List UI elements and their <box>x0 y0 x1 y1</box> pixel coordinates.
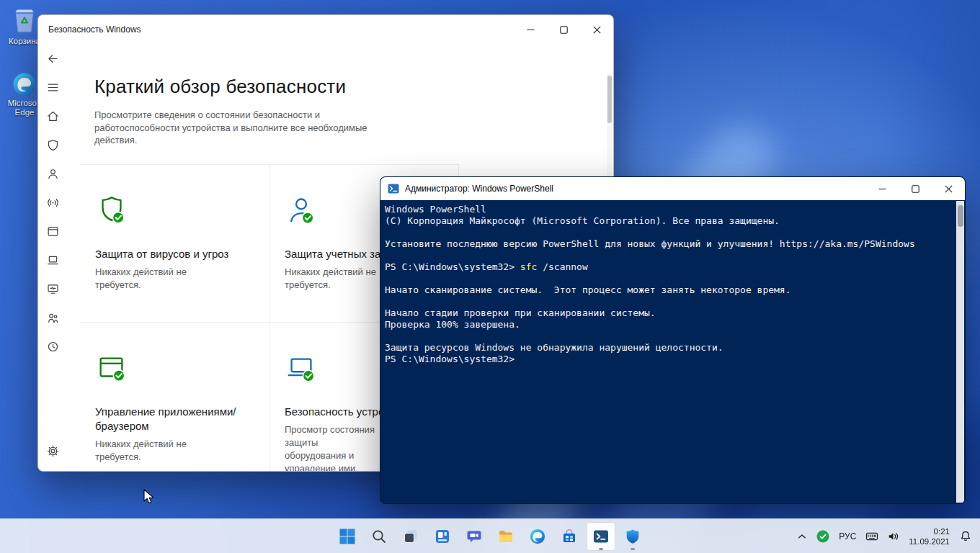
running-indicator <box>599 548 603 550</box>
security-titlebar[interactable]: Безопасность Windows <box>38 15 613 44</box>
tile-app-browser-control[interactable]: Управление приложениями/браузером Никаки… <box>80 322 270 472</box>
task-view-button[interactable] <box>396 522 425 551</box>
task-view-icon <box>402 528 419 545</box>
nav-firewall-network[interactable] <box>38 188 67 217</box>
tray-overflow-button[interactable] <box>792 522 812 551</box>
edge-icon <box>12 72 37 96</box>
home-icon <box>46 109 60 123</box>
command-text: sfc <box>520 261 537 272</box>
nav-settings[interactable] <box>38 436 67 465</box>
laptop-icon <box>46 253 60 267</box>
nav-device-security[interactable] <box>38 246 67 274</box>
console-scrollbar[interactable] <box>956 201 964 503</box>
person-check-icon <box>285 194 318 227</box>
widgets-icon <box>434 528 451 545</box>
folder-icon <box>497 528 514 545</box>
laptop-check-icon <box>285 351 318 385</box>
tile-title: Управление приложениями/браузером <box>95 405 239 433</box>
search-icon <box>370 528 388 545</box>
nav-family-options[interactable] <box>38 303 67 332</box>
minimize-button[interactable] <box>865 177 899 200</box>
volume-button[interactable] <box>883 522 904 551</box>
powershell-titlebar[interactable]: Администратор: Windows PowerShell <box>380 177 965 200</box>
maximize-button[interactable] <box>899 177 932 200</box>
file-explorer-button[interactable] <box>491 522 520 551</box>
console-line <box>385 296 955 307</box>
nav-device-performance[interactable] <box>38 274 67 303</box>
console-line <box>385 250 955 261</box>
tile-status: Никаких действий не требуется. <box>95 438 192 464</box>
store-button[interactable] <box>555 522 584 551</box>
close-button[interactable] <box>932 177 965 200</box>
shield-icon <box>46 138 60 152</box>
chat-icon <box>466 528 483 545</box>
argument-text: /scannow <box>537 261 587 272</box>
powershell-icon <box>592 528 610 545</box>
powershell-button[interactable] <box>587 522 615 551</box>
chevron-up-icon <box>795 529 809 544</box>
notification-button[interactable] <box>956 522 976 551</box>
nav-virus-protection[interactable] <box>38 130 67 159</box>
close-button[interactable] <box>580 15 613 44</box>
tile-status: Никаких действий не требуется. <box>95 266 192 292</box>
app-window-check-icon <box>95 351 128 385</box>
windows-security-button[interactable] <box>618 522 647 551</box>
clock-time: 0:21 <box>909 526 950 536</box>
nav-protection-history[interactable] <box>38 332 67 361</box>
keyboard-icon <box>865 529 879 544</box>
running-indicator <box>631 548 635 550</box>
edge-button[interactable] <box>523 522 552 551</box>
chat-button[interactable] <box>460 522 489 551</box>
touch-keyboard-button[interactable] <box>861 522 883 551</box>
security-shield-icon <box>624 528 641 545</box>
store-icon <box>561 528 578 545</box>
nav-app-browser-control[interactable] <box>38 217 67 246</box>
person-icon <box>46 167 60 181</box>
widgets-button[interactable] <box>428 522 457 551</box>
nav-home[interactable] <box>38 102 67 130</box>
tile-status: Просмотр состояния защиты оборудования и… <box>285 423 382 472</box>
menu-button[interactable] <box>38 73 67 102</box>
prompt-text: PS C:\Windows\system32> <box>385 261 520 272</box>
console-line: Проверка 100% завершена. <box>385 319 955 331</box>
clock[interactable]: 0:21 11.09.2021 <box>904 526 956 547</box>
minimize-button[interactable] <box>514 15 547 44</box>
app-window-icon <box>46 225 60 238</box>
powershell-window: Администратор: Windows PowerShell Window… <box>380 176 966 504</box>
tray-status-button[interactable] <box>812 522 834 551</box>
speaker-icon <box>886 529 901 544</box>
console-line: (C) Корпорация Майкрософт (Microsoft Cor… <box>385 215 955 227</box>
maximize-button[interactable] <box>547 15 580 44</box>
powershell-icon <box>388 183 399 194</box>
family-icon <box>46 311 60 325</box>
console-line: Защита ресурсов Windows не обнаружила на… <box>385 342 955 354</box>
recycle-bin-icon <box>12 6 37 35</box>
bell-icon <box>958 529 973 544</box>
tile-virus-threat-protection[interactable]: Защита от вирусов и угроз Никаких действ… <box>80 164 270 322</box>
mouse-cursor <box>142 489 156 508</box>
powershell-window-title: Администратор: Windows PowerShell <box>399 184 865 194</box>
console-output: Windows PowerShell (C) Корпорация Майкро… <box>380 200 965 503</box>
console-line: Начато сканирование системы. Этот процес… <box>385 284 955 296</box>
gear-icon <box>46 444 60 458</box>
console-line: Установите последнюю версию PowerShell д… <box>385 238 955 250</box>
nav-account-protection[interactable] <box>38 159 67 188</box>
taskbar: РУС 0:21 11.09.2021 <box>0 518 980 553</box>
search-button[interactable] <box>365 522 393 551</box>
tile-status: Никаких действий не требуется. <box>285 266 382 292</box>
console-line <box>385 227 955 238</box>
tile-title: Защита от вирусов и угроз <box>95 247 239 261</box>
language-indicator[interactable]: РУС <box>834 522 861 551</box>
signal-icon <box>46 196 60 210</box>
console-prompt-line: PS C:\Windows\system32> sfc /scannow <box>385 261 955 273</box>
page-title: Краткий обзор безопасности <box>94 76 613 98</box>
console-line: PS C:\Windows\system32> <box>385 354 955 365</box>
console-line: Начало стадии проверки при сканировании … <box>385 307 955 319</box>
page-subtitle: Просмотрите сведения о состоянии безопас… <box>94 109 372 147</box>
green-check-status-icon <box>816 529 830 544</box>
console-line <box>385 331 955 342</box>
console-line <box>385 273 955 284</box>
back-button[interactable] <box>38 44 67 73</box>
security-nav-rail <box>38 44 67 471</box>
start-button[interactable] <box>333 522 362 551</box>
